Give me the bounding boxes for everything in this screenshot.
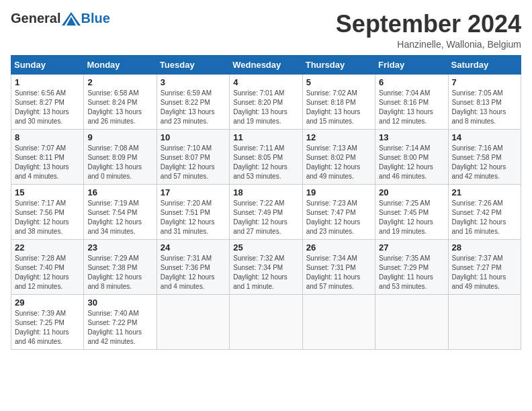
day-number: 25 (233, 242, 298, 253)
day-info: Sunrise: 7:31 AMSunset: 7:36 PMDaylight:… (161, 255, 215, 290)
day-number: 5 (306, 77, 371, 87)
day-number: 9 (87, 132, 152, 142)
day-number: 7 (452, 77, 517, 87)
day-number: 24 (161, 242, 226, 253)
calendar-week-row: 29 Sunrise: 7:39 AMSunset: 7:25 PMDaylig… (11, 294, 521, 349)
logo-general-text: General (11, 11, 60, 26)
calendar-day-cell: 12 Sunrise: 7:13 AMSunset: 8:02 PMDaylig… (302, 129, 375, 184)
day-info: Sunrise: 7:05 AMSunset: 8:13 PMDaylight:… (452, 89, 506, 125)
day-info: Sunrise: 7:32 AMSunset: 7:34 PMDaylight:… (233, 255, 287, 290)
day-info: Sunrise: 7:13 AMSunset: 8:02 PMDaylight:… (306, 144, 361, 180)
day-number: 6 (379, 77, 444, 87)
day-number: 18 (233, 187, 298, 197)
day-info: Sunrise: 7:34 AMSunset: 7:31 PMDaylight:… (306, 255, 361, 290)
day-of-week-header: Friday (375, 55, 448, 74)
day-info: Sunrise: 7:40 AMSunset: 7:22 PMDaylight:… (87, 310, 142, 345)
day-number: 22 (15, 242, 80, 253)
day-of-week-header: Wednesday (230, 55, 302, 74)
day-number: 30 (87, 298, 152, 308)
day-info: Sunrise: 7:37 AMSunset: 7:27 PMDaylight:… (452, 255, 506, 290)
day-info: Sunrise: 7:23 AMSunset: 7:47 PMDaylight:… (306, 199, 361, 235)
location-subtitle: Hanzinelle, Wallonia, Belgium (336, 39, 521, 50)
day-info: Sunrise: 7:35 AMSunset: 7:29 PMDaylight:… (379, 255, 433, 290)
calendar-day-cell: 24 Sunrise: 7:31 AMSunset: 7:36 PMDaylig… (157, 239, 229, 294)
day-number: 17 (161, 187, 226, 197)
calendar-day-cell: 18 Sunrise: 7:22 AMSunset: 7:49 PMDaylig… (230, 184, 302, 239)
day-number: 3 (161, 77, 226, 87)
calendar-day-cell: 14 Sunrise: 7:16 AMSunset: 7:58 PMDaylig… (448, 129, 521, 184)
day-number: 26 (306, 242, 371, 253)
calendar-week-row: 8 Sunrise: 7:07 AMSunset: 8:11 PMDayligh… (11, 129, 521, 184)
calendar-day-cell: 17 Sunrise: 7:20 AMSunset: 7:51 PMDaylig… (157, 184, 229, 239)
day-info: Sunrise: 7:26 AMSunset: 7:42 PMDaylight:… (452, 199, 506, 235)
calendar-day-cell: 8 Sunrise: 7:07 AMSunset: 8:11 PMDayligh… (11, 129, 84, 184)
day-info: Sunrise: 7:17 AMSunset: 7:56 PMDaylight:… (15, 199, 69, 235)
day-number: 21 (452, 187, 517, 197)
day-info: Sunrise: 7:19 AMSunset: 7:54 PMDaylight:… (87, 199, 142, 235)
calendar-day-cell: 11 Sunrise: 7:11 AMSunset: 8:05 PMDaylig… (230, 129, 302, 184)
day-info: Sunrise: 7:25 AMSunset: 7:45 PMDaylight:… (379, 199, 433, 235)
calendar-day-cell: 3 Sunrise: 6:59 AMSunset: 8:22 PMDayligh… (157, 74, 229, 129)
title-block: September 2024 Hanzinelle, Wallonia, Bel… (336, 11, 521, 50)
day-number: 28 (452, 242, 517, 253)
logo: General Blue (11, 11, 110, 26)
day-number: 14 (452, 132, 517, 142)
day-info: Sunrise: 7:08 AMSunset: 8:09 PMDaylight:… (87, 144, 142, 180)
calendar-day-cell: 25 Sunrise: 7:32 AMSunset: 7:34 PMDaylig… (230, 239, 302, 294)
calendar-day-cell: 16 Sunrise: 7:19 AMSunset: 7:54 PMDaylig… (84, 184, 157, 239)
day-info: Sunrise: 7:04 AMSunset: 8:16 PMDaylight:… (379, 89, 433, 125)
day-number: 19 (306, 187, 371, 197)
calendar-body: 1 Sunrise: 6:56 AMSunset: 8:27 PMDayligh… (11, 74, 521, 349)
day-number: 29 (15, 298, 80, 308)
day-info: Sunrise: 6:58 AMSunset: 8:24 PMDaylight:… (87, 89, 142, 125)
calendar-day-cell: 19 Sunrise: 7:23 AMSunset: 7:47 PMDaylig… (302, 184, 375, 239)
calendar-day-cell: 10 Sunrise: 7:10 AMSunset: 8:07 PMDaylig… (157, 129, 229, 184)
day-of-week-header: Sunday (11, 55, 84, 74)
day-info: Sunrise: 7:28 AMSunset: 7:40 PMDaylight:… (15, 255, 69, 290)
calendar-day-cell: 26 Sunrise: 7:34 AMSunset: 7:31 PMDaylig… (302, 239, 375, 294)
day-info: Sunrise: 7:29 AMSunset: 7:38 PMDaylight:… (87, 255, 142, 290)
day-info: Sunrise: 6:56 AMSunset: 8:27 PMDaylight:… (15, 89, 69, 125)
calendar-day-cell: 29 Sunrise: 7:39 AMSunset: 7:25 PMDaylig… (11, 294, 84, 349)
day-of-week-header: Monday (84, 55, 157, 74)
day-number: 15 (15, 187, 80, 197)
day-of-week-header: Thursday (302, 55, 375, 74)
day-number: 16 (87, 187, 152, 197)
day-info: Sunrise: 6:59 AMSunset: 8:22 PMDaylight:… (161, 89, 215, 125)
day-of-week-header: Saturday (448, 55, 521, 74)
calendar-week-row: 22 Sunrise: 7:28 AMSunset: 7:40 PMDaylig… (11, 239, 521, 294)
day-number: 23 (87, 242, 152, 253)
day-info: Sunrise: 7:22 AMSunset: 7:49 PMDaylight:… (233, 199, 287, 235)
calendar-day-cell: 7 Sunrise: 7:05 AMSunset: 8:13 PMDayligh… (448, 74, 521, 129)
calendar-day-cell (157, 294, 229, 349)
day-info: Sunrise: 7:16 AMSunset: 7:58 PMDaylight:… (452, 144, 506, 180)
calendar-day-cell (375, 294, 448, 349)
calendar-day-cell: 28 Sunrise: 7:37 AMSunset: 7:27 PMDaylig… (448, 239, 521, 294)
calendar-day-cell (230, 294, 302, 349)
calendar-day-cell: 9 Sunrise: 7:08 AMSunset: 8:09 PMDayligh… (84, 129, 157, 184)
calendar-day-cell: 6 Sunrise: 7:04 AMSunset: 8:16 PMDayligh… (375, 74, 448, 129)
calendar-day-cell: 23 Sunrise: 7:29 AMSunset: 7:38 PMDaylig… (84, 239, 157, 294)
month-title: September 2024 (336, 11, 521, 38)
day-info: Sunrise: 7:39 AMSunset: 7:25 PMDaylight:… (15, 310, 69, 345)
calendar-week-row: 1 Sunrise: 6:56 AMSunset: 8:27 PMDayligh… (11, 74, 521, 129)
day-number: 4 (233, 77, 298, 87)
calendar-table: SundayMondayTuesdayWednesdayThursdayFrid… (11, 55, 521, 350)
calendar-header: SundayMondayTuesdayWednesdayThursdayFrid… (11, 55, 521, 74)
calendar-week-row: 15 Sunrise: 7:17 AMSunset: 7:56 PMDaylig… (11, 184, 521, 239)
logo-blue-text: Blue (81, 11, 109, 26)
day-info: Sunrise: 7:10 AMSunset: 8:07 PMDaylight:… (161, 144, 215, 180)
days-of-week-row: SundayMondayTuesdayWednesdayThursdayFrid… (11, 55, 521, 74)
day-info: Sunrise: 7:01 AMSunset: 8:20 PMDaylight:… (233, 89, 287, 125)
day-number: 2 (87, 77, 152, 87)
calendar-day-cell: 15 Sunrise: 7:17 AMSunset: 7:56 PMDaylig… (11, 184, 84, 239)
day-info: Sunrise: 7:20 AMSunset: 7:51 PMDaylight:… (161, 199, 215, 235)
calendar-day-cell: 2 Sunrise: 6:58 AMSunset: 8:24 PMDayligh… (84, 74, 157, 129)
day-number: 20 (379, 187, 444, 197)
calendar-day-cell: 22 Sunrise: 7:28 AMSunset: 7:40 PMDaylig… (11, 239, 84, 294)
day-info: Sunrise: 7:11 AMSunset: 8:05 PMDaylight:… (233, 144, 287, 180)
calendar-day-cell: 20 Sunrise: 7:25 AMSunset: 7:45 PMDaylig… (375, 184, 448, 239)
calendar-day-cell: 13 Sunrise: 7:14 AMSunset: 8:00 PMDaylig… (375, 129, 448, 184)
calendar-day-cell: 21 Sunrise: 7:26 AMSunset: 7:42 PMDaylig… (448, 184, 521, 239)
day-number: 1 (15, 77, 80, 87)
